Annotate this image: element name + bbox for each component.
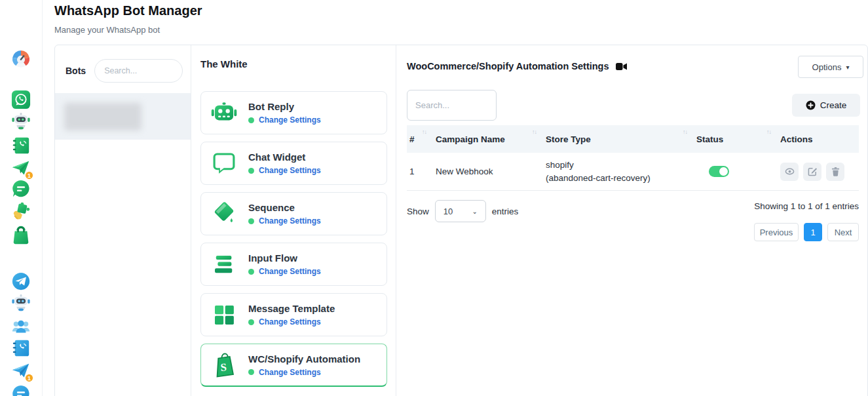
whatsapp-bot-icon bbox=[11, 111, 31, 131]
sidebar-item-whatsapp-chat[interactable] bbox=[11, 179, 31, 199]
telegram-bot-icon bbox=[11, 293, 31, 313]
sidebar-item-whatsapp[interactable] bbox=[11, 90, 31, 109]
telegram-chat-icon bbox=[11, 384, 31, 396]
campaign-search-input[interactable] bbox=[407, 90, 497, 121]
sidebar-item-store[interactable] bbox=[11, 226, 31, 245]
message-template-icon bbox=[210, 301, 238, 328]
table-summary: Showing 1 to 1 of 1 entries bbox=[754, 201, 859, 211]
feature-title: Input Flow bbox=[248, 252, 321, 264]
feature-card-sequence[interactable]: Sequence Change Settings bbox=[200, 192, 387, 235]
page-title: WhatsApp Bot Manager bbox=[54, 3, 202, 18]
column-header-num[interactable]: # ↑↓ bbox=[407, 125, 433, 153]
row-campaign-name: New Webhook bbox=[433, 167, 543, 176]
feature-card-input-flow[interactable]: Input Flow Change Settings bbox=[200, 243, 387, 286]
sidebar-item-telegram-bot[interactable] bbox=[11, 293, 31, 313]
sidebar-item-whatsapp-bot[interactable] bbox=[11, 111, 31, 131]
feature-card-wc-shopify-automation[interactable]: S WC/Shopify Automation Change Settings bbox=[200, 344, 387, 387]
table-header-row: # ↑↓ Campaign Name ↑↓ Store Type ↑↓ Stat… bbox=[407, 125, 859, 153]
sidebar-item-dashboard[interactable] bbox=[11, 49, 31, 69]
feature-card-bot-reply[interactable]: Bot Reply Change Settings bbox=[200, 91, 387, 134]
sidebar-item-whatsapp-broadcast[interactable]: 1 bbox=[11, 159, 31, 178]
automation-panel-title: WooCommerce/Shopify Automation Settings bbox=[407, 61, 609, 71]
bot-name-redacted bbox=[64, 103, 142, 130]
sort-icon[interactable]: ↑↓ bbox=[532, 129, 537, 135]
row-num: 1 bbox=[407, 167, 433, 176]
change-settings-link[interactable]: Change Settings bbox=[259, 368, 321, 377]
eye-icon bbox=[785, 167, 795, 176]
sidebar-item-telegram-contacts[interactable] bbox=[11, 338, 31, 358]
app-window: 1 bbox=[0, 0, 868, 396]
shopify-icon: S bbox=[210, 351, 238, 379]
telegram-icon bbox=[11, 271, 31, 291]
status-dot bbox=[248, 369, 254, 375]
edit-icon bbox=[808, 167, 818, 176]
next-page-button[interactable]: Next bbox=[827, 223, 859, 241]
create-button[interactable]: Create bbox=[792, 94, 860, 117]
view-button[interactable] bbox=[780, 163, 799, 181]
delete-button[interactable] bbox=[826, 163, 844, 181]
column-header-status[interactable]: Status ↑↓ bbox=[694, 125, 778, 153]
change-settings-link[interactable]: Change Settings bbox=[259, 317, 321, 327]
whatsapp-contacts-icon bbox=[11, 136, 31, 155]
status-dot bbox=[248, 218, 254, 224]
row-store-type: shopify (abandoned-cart-recovery) bbox=[543, 159, 694, 184]
input-flow-icon bbox=[210, 250, 238, 278]
pagination: Previous 1 Next bbox=[754, 223, 859, 241]
previous-page-button[interactable]: Previous bbox=[754, 223, 799, 241]
svg-text:S: S bbox=[220, 361, 227, 374]
status-dot bbox=[248, 269, 254, 275]
change-settings-link[interactable]: Change Settings bbox=[259, 267, 321, 276]
whatsapp-icon bbox=[11, 90, 31, 109]
sidebar-item-integrations[interactable] bbox=[11, 201, 31, 221]
bot-list-item-selected[interactable] bbox=[55, 93, 191, 140]
page-size-select[interactable]: 10 ⌄ bbox=[435, 200, 486, 222]
current-page-button[interactable]: 1 bbox=[804, 223, 822, 241]
trash-icon bbox=[831, 167, 840, 176]
status-dot bbox=[248, 168, 254, 174]
edit-button[interactable] bbox=[803, 163, 821, 181]
sort-icon[interactable]: ↑↓ bbox=[766, 129, 771, 135]
bot-reply-icon bbox=[210, 99, 238, 127]
integrations-icon bbox=[11, 201, 31, 221]
column-header-store-type[interactable]: Store Type ↑↓ bbox=[543, 125, 694, 153]
bots-label: Bots bbox=[66, 66, 86, 76]
dashboard-gauge-icon bbox=[11, 49, 31, 69]
entries-label: entries bbox=[492, 207, 519, 216]
telegram-contacts-icon bbox=[11, 338, 31, 358]
change-settings-link[interactable]: Change Settings bbox=[259, 166, 321, 175]
feature-title: Message Template bbox=[248, 303, 335, 314]
sequence-icon bbox=[210, 200, 238, 228]
chat-widget-icon bbox=[210, 149, 238, 177]
change-settings-link[interactable]: Change Settings bbox=[259, 115, 321, 125]
sort-icon[interactable]: ↑↓ bbox=[683, 129, 687, 135]
feature-card-message-template[interactable]: Message Template Change Settings bbox=[200, 293, 387, 336]
sidebar-item-telegram[interactable] bbox=[11, 271, 31, 291]
sidebar-item-whatsapp-contacts[interactable] bbox=[11, 136, 31, 155]
bots-column: Bots bbox=[55, 45, 191, 396]
video-tutorial-icon[interactable] bbox=[616, 62, 627, 71]
chevron-down-icon: ▾ bbox=[846, 64, 849, 71]
sidebar-item-telegram-groups[interactable] bbox=[11, 317, 31, 336]
options-button[interactable]: Options ▾ bbox=[798, 56, 863, 78]
feature-title: Chat Widget bbox=[248, 151, 321, 163]
column-header-actions: Actions bbox=[778, 125, 859, 153]
row-actions-cell bbox=[778, 163, 859, 181]
change-settings-link[interactable]: Change Settings bbox=[259, 216, 321, 226]
bots-search-input[interactable] bbox=[94, 59, 183, 83]
feature-title: WC/Shopify Automation bbox=[248, 353, 360, 365]
table-row: 1 New Webhook shopify (abandoned-cart-re… bbox=[407, 153, 859, 191]
sort-icon[interactable]: ↑↓ bbox=[422, 129, 426, 135]
column-header-campaign-name[interactable]: Campaign Name ↑↓ bbox=[433, 125, 543, 153]
feature-title: Bot Reply bbox=[248, 101, 321, 112]
toggle-knob bbox=[719, 167, 728, 176]
features-column: The White Bot Reply bbox=[191, 45, 396, 396]
sidebar-item-telegram-broadcast[interactable]: 1 bbox=[11, 361, 31, 381]
selected-bot-name: The White bbox=[200, 58, 387, 69]
store-bag-icon bbox=[11, 226, 31, 245]
sidebar-item-telegram-chat[interactable] bbox=[11, 384, 31, 396]
show-label: Show bbox=[407, 207, 429, 216]
feature-card-chat-widget[interactable]: Chat Widget Change Settings bbox=[200, 142, 387, 185]
status-dot bbox=[248, 319, 254, 325]
status-toggle-on[interactable] bbox=[709, 166, 729, 177]
campaigns-table: # ↑↓ Campaign Name ↑↓ Store Type ↑↓ Stat… bbox=[407, 125, 859, 191]
